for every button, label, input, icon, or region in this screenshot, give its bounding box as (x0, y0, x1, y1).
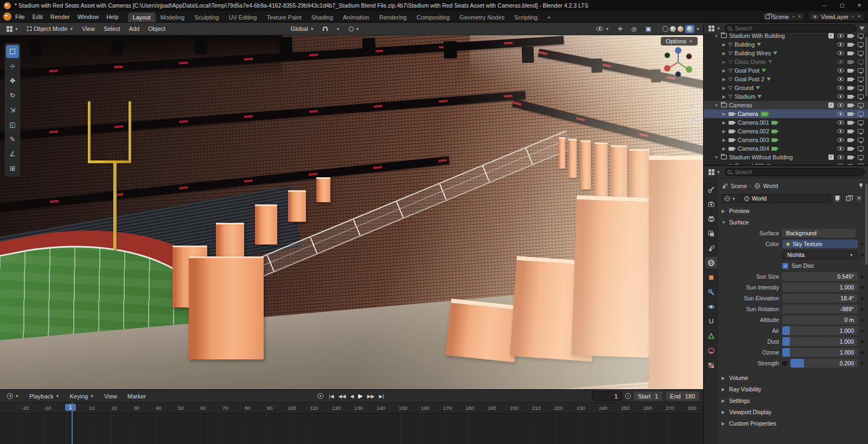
toggle-xray-button[interactable]: ▣ (642, 24, 654, 34)
tab-scene[interactable] (705, 242, 717, 254)
world-name-field[interactable]: World (740, 194, 831, 203)
section-viewport-display[interactable]: ▶Viewport Display (722, 406, 864, 417)
mode-dropdown[interactable]: Object Mode▼ (24, 24, 76, 33)
shading-dropdown[interactable]: ▼ (696, 27, 700, 31)
outliner-item-label[interactable]: Ground.001 (735, 163, 764, 165)
animate-dot[interactable] (861, 330, 864, 332)
filter-icon[interactable] (859, 27, 865, 30)
show-gizmo-toggle[interactable]: ✛ (615, 24, 626, 34)
outliner-row-collection[interactable]: ▼Stadium Without Building (704, 153, 868, 162)
timeline-body[interactable] (0, 414, 703, 444)
tab-shading[interactable]: Shading (307, 12, 338, 22)
altitude-field[interactable]: 0 m (782, 316, 858, 324)
viewport-visibility-icon[interactable] (858, 103, 864, 107)
sun-size-field[interactable]: 0.545° (782, 272, 858, 281)
hide-eye-icon[interactable] (837, 164, 844, 165)
blender-menu-icon[interactable] (3, 12, 11, 21)
viewport-visibility-icon[interactable] (858, 120, 864, 125)
hide-eye-icon[interactable] (837, 146, 844, 151)
navigation-gizmo[interactable] (661, 45, 695, 81)
expand-chevron-icon[interactable]: ▶ (722, 42, 726, 47)
outliner-row-collection[interactable]: ▼Cameras (704, 101, 868, 110)
color-node-button[interactable]: Sky Texture (782, 240, 858, 248)
menu-help[interactable]: Help (103, 12, 123, 21)
viewport-visibility-icon[interactable] (858, 155, 864, 159)
add-menu[interactable]: Add (125, 24, 143, 33)
viewport-visibility-icon[interactable] (858, 94, 864, 99)
tab-view-layer[interactable] (705, 228, 717, 239)
timeline-view-menu[interactable]: View (101, 392, 120, 401)
material-preview-button[interactable] (678, 26, 684, 32)
render-visibility-icon[interactable] (847, 104, 853, 107)
view-menu[interactable]: View (79, 24, 98, 33)
viewport-visibility-icon[interactable] (858, 86, 864, 90)
menu-render[interactable]: Render (47, 12, 74, 21)
properties-scrollbar[interactable] (865, 184, 867, 265)
tab-constraints[interactable] (705, 316, 717, 327)
outliner-row-mesh[interactable]: ▶▽Ground (704, 83, 868, 92)
maximize-button[interactable]: ▢ (833, 0, 851, 11)
marker-menu[interactable]: Marker (124, 392, 149, 401)
tab-object[interactable] (705, 272, 717, 283)
viewport-visibility-icon[interactable] (858, 129, 864, 133)
outliner-item-label[interactable]: Building Wires (735, 50, 771, 56)
tab-modeling[interactable]: Modeling (156, 12, 190, 22)
animate-dot[interactable] (861, 308, 864, 311)
remove-viewlayer-icon[interactable]: ✕ (857, 14, 861, 19)
collection-checkbox[interactable] (828, 102, 834, 108)
animate-dot[interactable] (861, 351, 864, 354)
tab-scripting[interactable]: Scripting (509, 12, 542, 22)
hide-eye-icon[interactable] (837, 86, 844, 90)
outliner-item-label[interactable]: Camera.001 (738, 119, 769, 126)
show-overlays-toggle[interactable]: ◎ (628, 24, 640, 34)
viewport-visibility-icon[interactable] (858, 77, 864, 81)
pin-icon[interactable] (858, 183, 864, 189)
expand-chevron-icon[interactable]: ▶ (722, 129, 726, 134)
expand-chevron-icon[interactable]: ▼ (714, 155, 719, 160)
sky-model-dropdown[interactable]: Nishita▼ (782, 250, 858, 259)
keying-menu[interactable]: Keying▼ (67, 392, 98, 401)
surface-type-button[interactable]: Background (782, 229, 856, 237)
tab-rendering[interactable]: Rendering (374, 12, 412, 22)
outliner-row-mesh[interactable]: ▶▽Goal Post 2 (704, 75, 868, 83)
play-reverse-button[interactable]: ◀ (348, 392, 355, 400)
hide-eye-icon[interactable] (837, 42, 844, 47)
viewport-visibility-icon[interactable] (858, 112, 864, 116)
tab-tool[interactable] (705, 184, 717, 195)
transform-tool[interactable]: ◱ (6, 118, 19, 131)
current-frame-field[interactable]: 1 (592, 391, 622, 401)
jump-to-end-button[interactable]: ▶| (378, 392, 386, 400)
menu-window[interactable]: Window (74, 12, 103, 21)
tab-compositing[interactable]: Compositing (412, 12, 455, 22)
timeline-editor-type-button[interactable]: ▼ (4, 392, 22, 400)
outliner-item-label[interactable]: Cameras (729, 102, 752, 108)
collection-checkbox[interactable] (828, 33, 834, 38)
scale-tool[interactable]: ⇲ (6, 104, 19, 117)
new-viewlayer-icon[interactable]: ＋ (851, 14, 855, 20)
outliner-row-camera[interactable]: ▶Camera.001 (704, 118, 868, 127)
section-volume[interactable]: ▶Volume (722, 372, 864, 383)
viewport-visibility-icon[interactable] (858, 34, 864, 38)
render-visibility-icon[interactable] (847, 164, 853, 165)
play-button[interactable]: ▶ (356, 391, 364, 401)
render-visibility-icon[interactable] (847, 138, 853, 142)
animate-dot[interactable] (861, 243, 864, 246)
tab-render[interactable] (705, 198, 717, 210)
preview-range-icon[interactable] (625, 393, 631, 399)
expand-chevron-icon[interactable]: ▼ (714, 34, 719, 38)
viewport-visibility-icon[interactable] (858, 68, 864, 73)
expand-chevron-icon[interactable]: ▶ (722, 86, 726, 91)
playback-menu[interactable]: Playback▼ (26, 392, 63, 401)
section-preview[interactable]: ▶Preview (722, 205, 864, 216)
object-menu[interactable]: Object (145, 24, 169, 33)
unlink-scene-icon[interactable]: ✕ (797, 14, 801, 19)
outliner-item-label[interactable]: Stadium (735, 93, 756, 100)
tab-uv-editing[interactable]: UV Editing (224, 12, 261, 22)
render-visibility-icon[interactable] (847, 130, 853, 133)
hide-eye-icon[interactable] (837, 112, 844, 116)
tab-animation[interactable]: Animation (338, 12, 374, 22)
expand-chevron-icon[interactable]: ▼ (714, 103, 719, 108)
jump-to-start-button[interactable]: |◀ (327, 392, 335, 400)
tab-object-data[interactable] (705, 330, 717, 342)
render-visibility-icon[interactable] (847, 95, 853, 99)
